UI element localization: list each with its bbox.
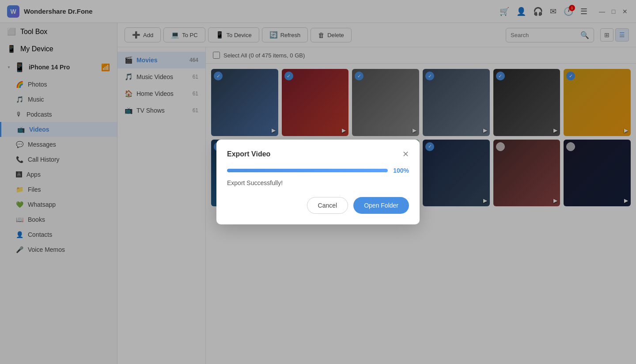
export-dialog: Export Video ✕ 100% Export Successfully!… (216, 140, 420, 224)
progress-container: 100% (227, 167, 409, 174)
dialog-title: Export Video (227, 150, 270, 158)
dialog-header: Export Video ✕ (227, 150, 409, 158)
open-folder-button[interactable]: Open Folder (353, 197, 409, 214)
export-dialog-overlay: Export Video ✕ 100% Export Successfully!… (0, 0, 636, 364)
cancel-button[interactable]: Cancel (307, 197, 348, 214)
progress-percent: 100% (393, 167, 409, 174)
dialog-close-button[interactable]: ✕ (402, 150, 409, 158)
progress-fill (227, 169, 388, 172)
success-message: Export Successfully! (227, 179, 409, 186)
progress-track (227, 169, 388, 172)
dialog-buttons: Cancel Open Folder (227, 197, 409, 214)
